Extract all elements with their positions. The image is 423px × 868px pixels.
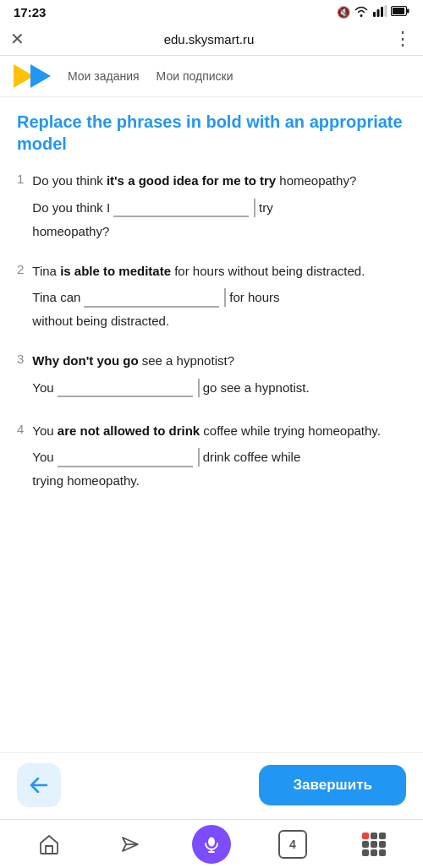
url-bar[interactable]: edu.skysmart.ru: [33, 32, 385, 46]
exercise-2-original-row: 2 Tina is able to meditate for hours wit…: [17, 262, 406, 332]
exercise-4-prefix: You: [32, 447, 53, 467]
svg-rect-0: [373, 12, 376, 17]
bottom-action-bar: Завершить: [0, 752, 423, 817]
main-content: Replace the phrases in bold with an appr…: [0, 97, 423, 596]
exercise-2-suffix: for hours: [229, 287, 279, 308]
exercise-4: 4 You are not allowed to drink coffee wh…: [17, 422, 406, 492]
exercise-4-suffix: drink coffee while: [203, 447, 301, 467]
grid-icon[interactable]: [362, 833, 386, 856]
wifi-icon: [354, 5, 369, 19]
nav-send[interactable]: [90, 834, 171, 854]
signal-icon: [372, 5, 387, 19]
battery-icon: [391, 6, 409, 19]
nav-bar: Мои задания Мои подписки: [0, 56, 423, 97]
logo: [14, 64, 51, 88]
exercise-4-original: You are not allowed to drink coffee whil…: [32, 422, 406, 441]
exercise-4-original-row: 4 You are not allowed to drink coffee wh…: [17, 422, 406, 492]
nav-my-subscriptions[interactable]: Мои подписки: [157, 69, 233, 83]
exercise-4-body: You are not allowed to drink coffee whil…: [32, 422, 406, 492]
grid-dot-3: [379, 833, 386, 839]
exercise-1-original: Do you think it's a good idea for me to …: [32, 172, 406, 191]
browser-bar: ✕ edu.skysmart.ru ⋮: [0, 23, 423, 56]
exercise-3: 3 Why don't you go see a hypnotist? You …: [17, 352, 406, 401]
back-button[interactable]: [17, 763, 61, 807]
complete-button[interactable]: Завершить: [259, 765, 406, 805]
svg-rect-2: [381, 7, 383, 17]
nav-mic[interactable]: [171, 825, 252, 864]
exercise-3-bold: Why don't you go: [32, 353, 138, 368]
exercise-4-input[interactable]: [58, 448, 193, 467]
grid-dot-5: [371, 841, 377, 848]
svg-rect-5: [393, 8, 404, 14]
bottom-nav: 4: [0, 819, 423, 868]
exercise-2-number: 2: [17, 262, 24, 276]
exercise-4-bold: are not allowed to drink: [58, 423, 200, 438]
page-title: Replace the phrases in bold with an appr…: [17, 111, 406, 155]
grid-dot-1: [362, 833, 369, 839]
svg-rect-6: [407, 9, 409, 14]
exercise-1: 1 Do you think it's a good idea for me t…: [17, 172, 406, 242]
exercise-3-input[interactable]: [58, 378, 193, 397]
nav-my-tasks[interactable]: Мои задания: [68, 69, 140, 83]
svg-point-7: [208, 837, 215, 846]
exercise-4-suffix2: trying homeopathy.: [32, 471, 406, 491]
grid-dot-8: [371, 849, 377, 856]
exercise-2-bold: is able to meditate: [60, 264, 171, 278]
exercise-2: 2 Tina is able to meditate for hours wit…: [17, 262, 406, 332]
grid-dot-2: [371, 833, 377, 839]
status-icons: 🔇: [337, 5, 409, 19]
exercise-2-body: Tina is able to meditate for hours witho…: [32, 262, 406, 332]
exercise-1-prefix: Do you think I: [32, 198, 110, 218]
exercise-1-suffix2: homeopathy?: [32, 221, 406, 242]
exercise-2-fill-row: Tina can for hours: [32, 287, 406, 308]
exercise-3-original: Why don't you go see a hypnotist?: [32, 352, 406, 371]
exercise-3-number: 3: [17, 352, 24, 366]
exercise-3-body: Why don't you go see a hypnotist? You go…: [32, 352, 406, 401]
nav-badge[interactable]: 4: [252, 830, 333, 859]
exercise-2-pipe: [224, 288, 226, 307]
close-tab-button[interactable]: ✕: [10, 29, 25, 49]
exercise-4-fill-row: You drink coffee while: [32, 447, 406, 467]
nav-grid[interactable]: [333, 833, 415, 856]
badge-number[interactable]: 4: [278, 830, 307, 859]
mute-icon: 🔇: [337, 6, 350, 19]
exercise-3-suffix: go see a hypnotist.: [203, 378, 310, 398]
exercise-1-suffix: try: [259, 198, 273, 218]
exercise-1-bold: it's a good idea for me to try: [107, 173, 276, 188]
exercise-3-original-row: 3 Why don't you go see a hypnotist? You …: [17, 352, 406, 401]
exercise-3-pipe: [198, 379, 200, 397]
exercise-1-original-row: 1 Do you think it's a good idea for me t…: [17, 172, 406, 242]
grid-dot-4: [362, 841, 369, 848]
exercise-1-pipe: [254, 199, 255, 217]
exercise-1-body: Do you think it's a good idea for me to …: [32, 172, 406, 242]
mic-button[interactable]: [192, 825, 231, 864]
exercise-2-original: Tina is able to meditate for hours witho…: [32, 262, 406, 281]
grid-dot-9: [379, 849, 386, 856]
logo-blue-triangle: [30, 64, 51, 88]
exercise-1-fill-row: Do you think I try: [32, 198, 406, 218]
status-time: 17:23: [14, 5, 46, 19]
svg-rect-1: [377, 9, 380, 17]
exercise-2-prefix: Tina can: [32, 287, 80, 308]
grid-dot-6: [379, 841, 386, 848]
exercise-2-suffix2: without being distracted.: [32, 311, 406, 331]
status-bar: 17:23 🔇: [0, 0, 423, 23]
nav-links: Мои задания Мои подписки: [68, 69, 233, 83]
svg-rect-3: [385, 5, 387, 17]
grid-dot-7: [362, 849, 369, 856]
browser-more-button[interactable]: ⋮: [393, 28, 413, 50]
exercise-4-pipe: [198, 448, 200, 467]
exercise-3-fill-row: You go see a hypnotist.: [32, 378, 406, 398]
exercise-3-prefix: You: [32, 378, 53, 398]
exercise-4-number: 4: [17, 422, 24, 436]
exercise-1-input[interactable]: [113, 198, 249, 217]
exercise-2-input[interactable]: [84, 288, 219, 308]
nav-home[interactable]: [8, 834, 90, 854]
exercise-1-number: 1: [17, 172, 24, 186]
